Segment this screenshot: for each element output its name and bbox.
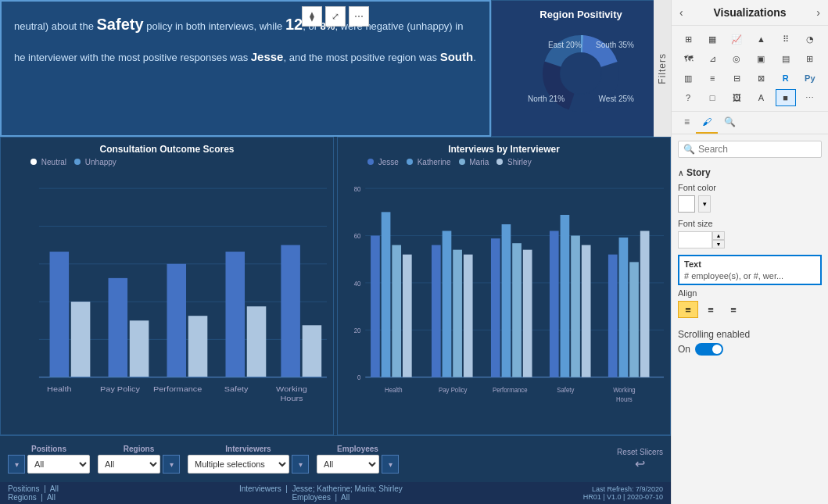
svg-rect-51 bbox=[550, 231, 559, 377]
viz-icon-waterfall[interactable]: ≡ bbox=[702, 70, 722, 87]
svg-rect-20 bbox=[281, 245, 300, 377]
filter-employees: Employees All ▾ bbox=[317, 445, 399, 474]
viz-panel: ‹ Visualizations › ⊞ ▦ 📈 ▲ ⠿ ◔ 🗺 ⊿ ◎ ▣ ▤… bbox=[671, 0, 828, 504]
chart2-area: 80 60 40 20 0 bbox=[344, 170, 664, 415]
regions-label: Regions bbox=[98, 445, 180, 453]
tab-fields[interactable]: ≡ bbox=[678, 112, 696, 134]
expand-icon-btn[interactable]: ⤢ bbox=[325, 6, 346, 27]
employees-select[interactable]: All bbox=[317, 455, 379, 474]
viz-icon-qna[interactable]: ? bbox=[678, 89, 698, 106]
scrolling-toggle[interactable] bbox=[695, 343, 723, 356]
status-employees: Employees | All bbox=[292, 493, 349, 502]
positions-select[interactable]: All bbox=[27, 455, 90, 474]
toggle-thumb bbox=[712, 345, 722, 354]
viz-icon-gauge[interactable]: ◎ bbox=[726, 50, 747, 67]
text-box-container: Text # employee(s), or #, wer... bbox=[678, 255, 822, 285]
viz-forward-arrow[interactable]: › bbox=[816, 6, 820, 19]
legend-shirley: Shirley bbox=[496, 158, 531, 166]
svg-rect-48 bbox=[502, 224, 511, 377]
last-refresh: Last Refresh: 7/9/2020 bbox=[583, 485, 663, 493]
status-right: Last Refresh: 7/9/2020 HR01 | V1.0 | 202… bbox=[583, 485, 663, 501]
viz-icon-line[interactable]: 📈 bbox=[726, 30, 747, 48]
svg-rect-46 bbox=[464, 255, 473, 377]
bottom-controls: Positions ▾ All Regions All ▾ Interviewe… bbox=[0, 435, 671, 482]
viz-icon-combo[interactable]: ⊟ bbox=[726, 70, 747, 87]
interviewers-select[interactable]: Multiple selections bbox=[188, 455, 289, 474]
font-size-input[interactable]: 10 bbox=[678, 231, 712, 248]
chart1-panel: Consultation Outcome Scores Neutral Unha… bbox=[0, 137, 334, 435]
expand-icon: ⤢ bbox=[332, 11, 339, 22]
svg-rect-39 bbox=[371, 236, 380, 377]
align-left-btn[interactable]: ≡ bbox=[678, 301, 698, 318]
viz-icon-kpi[interactable]: ▣ bbox=[751, 50, 771, 67]
scrolling-toggle-row: Scrolling enabled bbox=[678, 329, 822, 340]
svg-text:20: 20 bbox=[354, 326, 361, 334]
chart1-legend: Neutral Unhappy bbox=[7, 158, 327, 166]
reset-slicers-btn[interactable]: Reset Slicers ↩ bbox=[617, 448, 663, 471]
viz-icon-area[interactable]: ▲ bbox=[751, 30, 771, 48]
chart2-legend: Jesse Katherine Maria Shirley bbox=[344, 158, 664, 166]
viz-icon-map[interactable]: 🗺 bbox=[678, 50, 698, 67]
viz-icon-image[interactable]: 🖼 bbox=[726, 89, 747, 106]
svg-rect-50 bbox=[523, 250, 532, 377]
chart1-area: Health Pay Policy Performance Safety Wor… bbox=[7, 170, 327, 415]
align-right-btn[interactable]: ≡ bbox=[723, 301, 744, 318]
viz-icon-funnel[interactable]: ⊿ bbox=[702, 50, 722, 67]
more-icon: ⋯ bbox=[354, 11, 364, 22]
color-swatch[interactable] bbox=[678, 195, 695, 213]
svg-text:0: 0 bbox=[357, 374, 360, 382]
align-buttons: ≡ ≡ ≡ bbox=[678, 301, 822, 318]
align-center-btn[interactable]: ≡ bbox=[701, 301, 721, 318]
viz-icon-matrix[interactable]: ⊞ bbox=[800, 50, 820, 67]
viz-icon-scatter[interactable]: ⠿ bbox=[776, 30, 796, 48]
viz-icons-grid: ⊞ ▦ 📈 ▲ ⠿ ◔ 🗺 ⊿ ◎ ▣ ▤ ⊞ ▥ ≡ ⊟ ⊠ R Py ? □… bbox=[672, 26, 828, 112]
more-icon-btn[interactable]: ⋯ bbox=[349, 6, 369, 27]
format-icon: 🖌 bbox=[702, 116, 712, 127]
viz-icon-shape[interactable]: □ bbox=[702, 89, 722, 106]
viz-icon-selected[interactable]: ■ bbox=[776, 89, 796, 106]
story-section-header[interactable]: ∧ Story bbox=[678, 167, 822, 178]
status-regions: Regions | All bbox=[8, 493, 59, 502]
regions-arrow[interactable]: ▾ bbox=[163, 455, 180, 474]
viz-icon-pie[interactable]: ◔ bbox=[800, 30, 820, 48]
chart2-title: Interviews by Interviewer bbox=[344, 144, 664, 155]
narrative-text6: , and the most positive region was bbox=[283, 52, 439, 63]
svg-text:Health: Health bbox=[385, 385, 403, 394]
viz-icon-table[interactable]: ⊞ bbox=[678, 30, 698, 48]
positions-label: Positions bbox=[8, 445, 90, 453]
filter-icon-btn[interactable]: ⧫ bbox=[302, 6, 322, 27]
viz-icon-ribbon[interactable]: ⊠ bbox=[751, 70, 771, 87]
viz-icon-more[interactable]: ⋯ bbox=[800, 89, 820, 106]
svg-text:Performance: Performance bbox=[153, 384, 203, 392]
positions-arrow[interactable]: ▾ bbox=[8, 455, 25, 474]
employees-arrow[interactable]: ▾ bbox=[382, 455, 399, 474]
viz-icon-treemap[interactable]: ▥ bbox=[678, 70, 698, 87]
viz-icon-card[interactable]: ▤ bbox=[776, 50, 796, 67]
font-color-label: Font color bbox=[678, 183, 822, 192]
regions-select[interactable]: All bbox=[98, 455, 160, 474]
filters-strip: Filters bbox=[654, 0, 671, 137]
viz-icon-python[interactable]: Py bbox=[800, 70, 820, 87]
svg-text:Pay Policy: Pay Policy bbox=[100, 384, 141, 392]
reset-slicers-label: Reset Slicers bbox=[617, 448, 663, 456]
color-dropdown-btn[interactable]: ▾ bbox=[698, 195, 711, 213]
viz-icon-bar[interactable]: ▦ bbox=[702, 30, 722, 48]
toggle-on-label: On bbox=[678, 344, 690, 355]
interviewers-label: Interviewers bbox=[188, 445, 309, 453]
svg-rect-18 bbox=[225, 252, 245, 377]
interviewers-arrow[interactable]: ▾ bbox=[292, 455, 309, 474]
tab-format[interactable]: 🖌 bbox=[696, 112, 718, 134]
font-size-up-btn[interactable]: ▲ bbox=[712, 231, 725, 240]
svg-rect-40 bbox=[382, 212, 391, 377]
svg-rect-52 bbox=[561, 215, 570, 377]
viz-icon-text[interactable]: A bbox=[751, 89, 771, 106]
text-box-value[interactable]: # employee(s), or #, wer... bbox=[684, 271, 815, 281]
narrative-text7: . bbox=[473, 52, 476, 63]
font-size-down-btn[interactable]: ▼ bbox=[712, 240, 725, 248]
viz-icon-r-visual[interactable]: R bbox=[776, 70, 796, 87]
tab-analytics[interactable]: 🔍 bbox=[718, 112, 742, 134]
donut-chart: East 20% South 35% North 21% West 25% bbox=[526, 27, 636, 120]
search-input[interactable] bbox=[698, 144, 816, 155]
narrative-text1: neutral) about the bbox=[14, 20, 97, 32]
viz-back-arrow[interactable]: ‹ bbox=[679, 6, 683, 19]
